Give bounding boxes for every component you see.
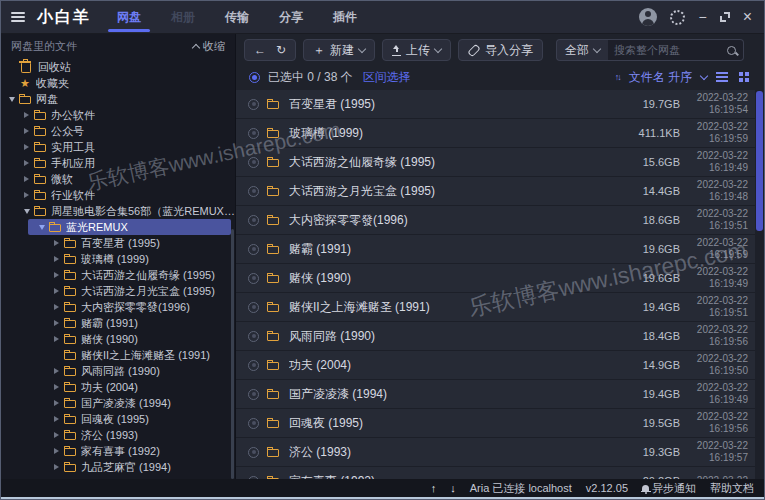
async-notify-button[interactable]: 异步通知 [642, 481, 696, 496]
table-row[interactable]: 回魂夜 (1995)19.5GB2022-03-2216:19:56 [236, 409, 764, 438]
expand-arrow-icon[interactable] [54, 384, 64, 390]
expand-arrow-icon[interactable] [54, 240, 64, 246]
upload-button[interactable]: 上传 [382, 39, 451, 61]
table-row[interactable]: 家有喜事 (1992)20.2GB2022-03-22 [236, 467, 764, 479]
expand-arrow-icon[interactable] [54, 464, 64, 470]
import-share-button[interactable]: 导入分享 [458, 39, 543, 61]
sidebar-item[interactable]: 微软 [1, 171, 235, 187]
maximize-button[interactable] [720, 12, 730, 22]
search-button[interactable] [720, 39, 744, 61]
expand-arrow-icon[interactable] [54, 368, 64, 374]
tab-share[interactable]: 分享 [279, 1, 303, 34]
help-doc-link[interactable]: 帮助文档 [710, 481, 754, 496]
search-filter-dropdown[interactable]: 全部 [556, 39, 608, 61]
row-radio-icon[interactable] [248, 99, 259, 110]
sidebar-item[interactable]: 周星驰电影合集56部（蓝光REMUX版）796G [1, 203, 235, 219]
expand-arrow-icon[interactable] [54, 432, 64, 438]
row-radio-icon[interactable] [248, 128, 259, 139]
scrollbar-thumb[interactable] [756, 91, 763, 231]
expand-arrow-icon[interactable] [39, 225, 49, 230]
menu-icon[interactable] [11, 11, 25, 23]
sidebar-item[interactable]: 赌侠II之上海滩赌圣 (1991) [1, 347, 235, 363]
row-radio-icon[interactable] [248, 331, 259, 342]
row-radio-icon[interactable] [248, 157, 259, 168]
sidebar-item[interactable]: 济公 (1993) [1, 427, 235, 443]
table-row[interactable]: 大内密探零零發(1996)18.6GB2022-03-2216:19:51 [236, 206, 764, 235]
sidebar-item[interactable]: 大内密探零零發(1996) [1, 299, 235, 315]
select-all-radio-icon[interactable] [249, 72, 260, 83]
table-row[interactable]: 赌侠II之上海滩赌圣 (1991)19.4GB2022-03-2216:19:5… [236, 293, 764, 322]
row-radio-icon[interactable] [248, 418, 259, 429]
table-row[interactable]: 功夫 (2004)14.9GB2022-03-2216:19:50 [236, 351, 764, 380]
row-radio-icon[interactable] [248, 215, 259, 226]
sidebar-item[interactable]: 公众号 [1, 123, 235, 139]
row-radio-icon[interactable] [248, 273, 259, 284]
row-radio-icon[interactable] [248, 389, 259, 400]
expand-arrow-icon[interactable] [24, 160, 34, 166]
sidebar-item[interactable]: 赌霸 (1991) [1, 315, 235, 331]
table-row[interactable]: 玻璃樽 (1999)411.1KB2022-03-2216:19:59 [236, 119, 764, 148]
minimize-button[interactable]: − [698, 10, 706, 24]
sidebar-item[interactable]: 网盘 [1, 91, 235, 107]
sidebar-item[interactable]: 回收站 [1, 59, 235, 75]
sidebar-item[interactable]: ★收藏夹 [1, 75, 235, 91]
search-input[interactable] [608, 39, 720, 61]
sidebar-item[interactable]: 九品芝麻官 (1994) [1, 459, 235, 475]
table-row[interactable]: 国产凌凌漆 (1994)19.4GB2022-03-2216:19:49 [236, 380, 764, 409]
table-row[interactable]: 大话西游之月光宝盒 (1995)14.4GB2022-03-2216:19:48 [236, 177, 764, 206]
sidebar-item[interactable]: 行业软件 [1, 187, 235, 203]
sidebar-item[interactable]: 功夫 (2004) [1, 379, 235, 395]
expand-arrow-icon[interactable] [24, 128, 34, 134]
table-row[interactable]: 百变星君 (1995)19.7GB2022-03-2216:19:54 [236, 90, 764, 119]
sort-dropdown[interactable]: 文件名 升序 [629, 69, 692, 86]
refresh-icon[interactable]: ↻ [276, 44, 286, 56]
sidebar-item[interactable]: 国产凌凌漆 (1994) [1, 395, 235, 411]
tab-album[interactable]: 相册 [171, 1, 195, 34]
row-radio-icon[interactable] [248, 447, 259, 458]
tab-netdisk[interactable]: 网盘 [117, 1, 141, 34]
sidebar-item[interactable]: 手机应用 [1, 155, 235, 171]
expand-arrow-icon[interactable] [24, 144, 34, 150]
sidebar-item[interactable]: 大话西游之月光宝盒 (1995) [1, 283, 235, 299]
range-select-link[interactable]: 区间选择 [363, 69, 411, 86]
row-radio-icon[interactable] [248, 360, 259, 371]
expand-arrow-icon[interactable] [54, 336, 64, 342]
sidebar-item[interactable]: 办公软件 [1, 107, 235, 123]
expand-arrow-icon[interactable] [54, 288, 64, 294]
table-row[interactable]: 赌侠 (1990)19.6GB2022-03-2216:19:49 [236, 264, 764, 293]
table-row[interactable]: 风雨同路 (1990)18.4GB2022-03-2216:19:56 [236, 322, 764, 351]
sidebar-item[interactable]: 玻璃樽 (1999) [1, 251, 235, 267]
expand-arrow-icon[interactable] [24, 209, 34, 214]
sidebar-scrollbar[interactable] [231, 229, 234, 479]
settings-gear-icon[interactable] [670, 10, 685, 25]
expand-arrow-icon[interactable] [54, 272, 64, 278]
sidebar-item[interactable]: 家有喜事 (1992) [1, 443, 235, 459]
expand-arrow-icon[interactable] [24, 176, 34, 182]
back-icon[interactable]: ← [254, 44, 266, 56]
sidebar-item[interactable]: 百变星君 (1995) [1, 235, 235, 251]
sidebar-item[interactable]: 实用工具 [1, 139, 235, 155]
table-row[interactable]: 济公 (1993)19.3GB2022-03-2216:19:57 [236, 438, 764, 467]
sidebar-item[interactable]: 蓝光REMUX [1, 219, 235, 235]
expand-arrow-icon[interactable] [24, 192, 34, 198]
scrollbar-track[interactable] [755, 90, 764, 479]
sidebar-item[interactable]: 回魂夜 (1995) [1, 411, 235, 427]
download-speed-icon[interactable]: ↓ [450, 482, 456, 494]
grid-view-icon[interactable] [739, 72, 743, 76]
close-button[interactable]: × [743, 10, 752, 24]
expand-arrow-icon[interactable] [54, 448, 64, 454]
collapse-button[interactable]: 收缩 [193, 39, 225, 54]
new-button[interactable]: ＋ 新建 [303, 39, 375, 61]
sidebar-item[interactable]: 大话西游之仙履奇缘 (1995) [1, 267, 235, 283]
expand-arrow-icon[interactable] [54, 416, 64, 422]
row-radio-icon[interactable] [248, 302, 259, 313]
expand-arrow-icon[interactable] [24, 112, 34, 118]
row-radio-icon[interactable] [248, 244, 259, 255]
expand-arrow-icon[interactable] [54, 304, 64, 310]
expand-arrow-icon[interactable] [54, 320, 64, 326]
tab-plugin[interactable]: 插件 [333, 1, 357, 34]
table-row[interactable]: 大话西游之仙履奇缘 (1995)15.6GB2022-03-2216:19:49 [236, 148, 764, 177]
expand-arrow-icon[interactable] [54, 256, 64, 262]
user-avatar[interactable] [639, 8, 657, 26]
list-view-icon[interactable] [716, 72, 728, 74]
